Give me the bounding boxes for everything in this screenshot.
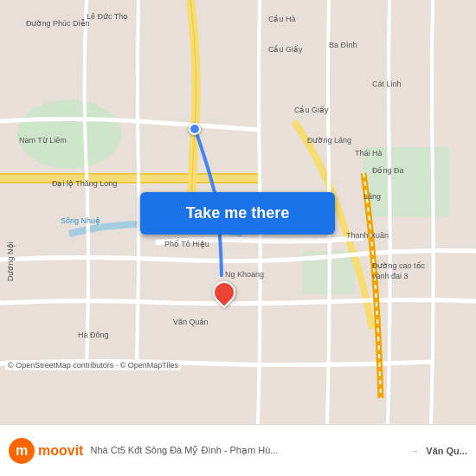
svg-rect-2 (363, 147, 450, 216)
svg-text:Văn Quán: Văn Quán (173, 318, 209, 326)
svg-text:Đường Phúc Diễn: Đường Phúc Diễn (26, 19, 90, 28)
svg-rect-6 (0, 182, 260, 183)
destination-marker (213, 281, 235, 304)
svg-text:Cát Linh: Cát Linh (372, 80, 402, 88)
bottom-bar: m moovit Nhà Ct5 Kđt Sông Đà Mỹ Đình - P… (0, 424, 476, 476)
svg-text:Thanh Xuân: Thanh Xuân (346, 231, 389, 240)
svg-text:vành đai 3: vành đai 3 (372, 272, 408, 280)
map-attribution: © OpenStreetMap contributors · © OpenMap… (5, 360, 181, 370)
map-container: Đường Phúc Diễn Lê Đức Thọ Cầu Hà Cầu Gi… (0, 0, 476, 424)
svg-text:Đại lộ Thăng Long: Đại lộ Thăng Long (52, 179, 117, 188)
direction-separator: → (409, 446, 419, 456)
svg-text:Nam Từ Liêm: Nam Từ Liêm (19, 136, 67, 145)
svg-text:Hà Đông: Hà Đông (78, 331, 109, 339)
origin-marker (189, 123, 201, 135)
svg-text:Cầu Giấy: Cầu Giấy (294, 106, 329, 114)
take-me-there-button[interactable]: Take me there (140, 192, 335, 235)
svg-text:Ba Đình: Ba Đình (329, 41, 357, 49)
svg-point-1 (17, 100, 121, 169)
moovit-icon: m (9, 438, 35, 464)
svg-text:Dương Nội: Dương Nội (6, 241, 15, 281)
moovit-logo: m moovit (9, 437, 83, 465)
svg-text:Cầu Giấy: Cầu Giấy (268, 45, 303, 54)
svg-rect-5 (0, 173, 260, 175)
svg-text:Thái Hà: Thái Hà (355, 149, 383, 158)
svg-text:Lê Đức Thọ: Lê Đức Thọ (87, 12, 128, 21)
svg-text:Đường cao tốc: Đường cao tốc (372, 261, 426, 270)
bottom-destination-text: Văn Qu... (426, 446, 467, 456)
svg-text:Phố Tô Hiệu: Phố Tô Hiệu (164, 240, 209, 248)
svg-text:Ng Khoang: Ng Khoang (225, 270, 264, 279)
svg-text:Đống Đa: Đống Đa (372, 166, 404, 175)
moovit-brand-text: moovit (38, 443, 83, 459)
svg-text:Cầu Hà: Cầu Hà (268, 15, 296, 23)
svg-text:Láng: Láng (363, 192, 381, 201)
svg-text:Đường Láng: Đường Láng (307, 136, 351, 145)
bottom-origin-text: Nhà Ct5 Kđt Sông Đà Mỹ Đình - Phạm Hù... (90, 445, 402, 456)
svg-text:Sông Nhuệ: Sông Nhuệ (61, 216, 100, 225)
